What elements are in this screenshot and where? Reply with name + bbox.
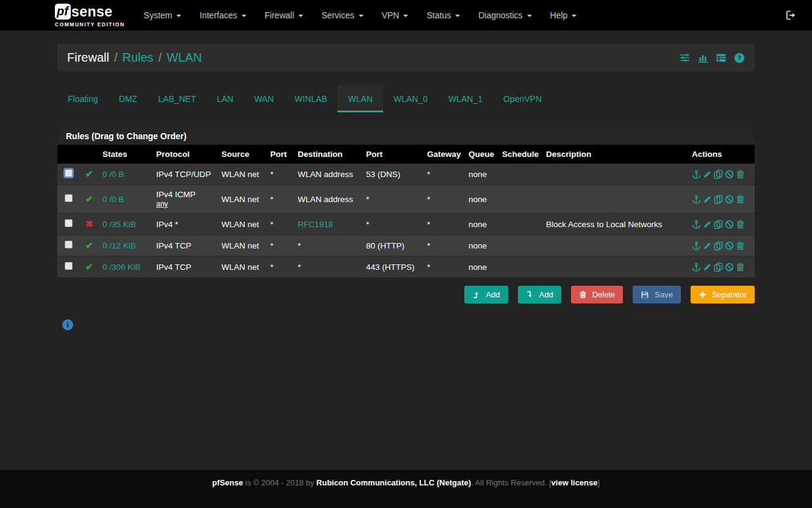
delete-button[interactable]: Delete — [571, 286, 623, 303]
header-action-icons: ? — [680, 53, 745, 64]
trash-action[interactable] — [736, 170, 745, 179]
rule-states: 0 /306 KiB — [102, 263, 140, 272]
menu-firewall[interactable]: Firewall — [256, 0, 312, 31]
rule-description — [542, 185, 688, 214]
tab-lab_net[interactable]: LAB_NET — [148, 85, 206, 112]
save-button[interactable]: Save — [633, 286, 681, 303]
breadcrumb-wlan[interactable]: WLAN — [167, 51, 202, 65]
footer-text-muted: is © 2004 - 2018 by — [243, 478, 316, 487]
anchor-action[interactable] — [692, 220, 701, 229]
level-down-icon — [526, 291, 534, 299]
rule-checkbox[interactable] — [65, 194, 73, 202]
trash-action[interactable] — [736, 195, 745, 204]
pfsense-logo[interactable]: pf sense COMMUNITY EDITION — [55, 4, 125, 27]
rule-protocol: IPv4 TCP — [156, 263, 214, 272]
rule-checkbox[interactable] — [65, 262, 73, 270]
logout-button[interactable] — [786, 10, 796, 20]
info-icon[interactable]: i — [62, 319, 73, 330]
rule-source-port: * — [267, 256, 294, 278]
sign-out-icon — [786, 10, 796, 20]
copy-action[interactable] — [714, 263, 723, 272]
footer-link[interactable]: view license — [552, 478, 598, 487]
copy-action[interactable] — [714, 220, 723, 229]
edit-action[interactable] — [703, 220, 712, 229]
tab-wlan_0[interactable]: WLAN_0 — [383, 85, 438, 112]
anchor-action[interactable] — [692, 195, 701, 204]
level-up-icon — [472, 291, 480, 299]
anchor-action[interactable] — [692, 263, 701, 272]
ban-action[interactable] — [725, 241, 734, 250]
table-button[interactable] — [716, 53, 727, 63]
chevron-down-icon — [298, 15, 303, 17]
rule-gateway: * — [423, 185, 465, 214]
tab-wan[interactable]: WAN — [244, 85, 284, 112]
trash-action[interactable] — [736, 263, 745, 272]
copy-action[interactable] — [714, 241, 723, 250]
status-pass-icon: ✔ — [85, 240, 93, 250]
tab-wlan[interactable]: WLAN — [337, 85, 383, 112]
footer-link[interactable]: Rubicon Communications, LLC (Netgate) — [317, 478, 472, 487]
rule-actions — [692, 170, 751, 179]
copy-action[interactable] — [714, 170, 723, 179]
ban-action[interactable] — [725, 195, 734, 204]
breadcrumb-bar: Firewall /Rules/WLAN ? — [57, 44, 755, 71]
add-bottom-button[interactable]: Add — [518, 286, 561, 303]
col-status — [82, 145, 99, 164]
menu-services[interactable]: Services — [312, 0, 373, 31]
main-menu: SystemInterfacesFirewallServicesVPNStatu… — [135, 0, 586, 31]
tab-wlan_1[interactable]: WLAN_1 — [438, 85, 493, 112]
tab-winlab[interactable]: WINLAB — [284, 85, 338, 112]
rule-checkbox[interactable] — [65, 219, 73, 227]
tab-openvpn[interactable]: OpenVPN — [493, 85, 552, 112]
ban-action[interactable] — [725, 170, 734, 179]
chevron-down-icon — [572, 15, 577, 17]
rule-states: 0 /35 KiB — [102, 220, 136, 229]
ban-action[interactable] — [725, 220, 734, 229]
footer-text: pfSense is © 2004 - 2018 by Rubicon Comm… — [212, 478, 600, 487]
copy-action[interactable] — [714, 195, 723, 204]
trash-icon — [736, 263, 745, 272]
sliders-button[interactable] — [680, 53, 690, 63]
col-queue: Queue — [465, 145, 498, 164]
anchor-action[interactable] — [692, 241, 701, 250]
rule-checkbox[interactable] — [65, 241, 73, 249]
breadcrumb-links: /Rules/WLAN — [109, 51, 202, 65]
sign-out-icon — [786, 10, 796, 20]
breadcrumb-rules[interactable]: Rules — [122, 51, 153, 65]
save-icon — [641, 291, 649, 299]
menu-interfaces[interactable]: Interfaces — [190, 0, 255, 31]
menu-status[interactable]: Status — [417, 0, 469, 31]
bar-chart-button[interactable] — [697, 53, 708, 63]
top-navbar: pf sense COMMUNITY EDITION SystemInterfa… — [0, 0, 812, 31]
rule-source-port: * — [267, 235, 294, 256]
tab-floating[interactable]: Floating — [57, 85, 109, 112]
trash-action[interactable] — [736, 220, 745, 229]
footer-link[interactable]: pfSense — [212, 478, 243, 487]
add-top-button[interactable]: Add — [464, 286, 508, 303]
menu-vpn[interactable]: VPN — [373, 0, 418, 31]
menu-system[interactable]: System — [135, 0, 191, 31]
edit-action[interactable] — [703, 263, 712, 272]
rule-destination[interactable]: RFC1918 — [298, 220, 333, 229]
rule-checkbox[interactable] — [65, 169, 73, 177]
rule-description — [542, 235, 688, 256]
separator-button[interactable]: Separator — [691, 286, 755, 303]
bar-chart-icon — [697, 53, 708, 63]
help-button[interactable]: ? — [734, 53, 745, 64]
status-pass-icon: ✔ — [85, 261, 93, 272]
ban-action[interactable] — [725, 263, 734, 272]
menu-diagnostics[interactable]: Diagnostics — [469, 0, 541, 31]
edit-action[interactable] — [703, 170, 712, 179]
sliders-icon — [680, 53, 690, 63]
protocol-options-link[interactable]: any — [156, 200, 168, 208]
rule-row: ✔0 /0 BIPv4 ICMPanyWLAN net*WLAN address… — [57, 185, 755, 214]
edit-action[interactable] — [703, 195, 712, 204]
copy-icon — [714, 170, 723, 179]
tab-dmz[interactable]: DMZ — [109, 85, 148, 112]
edit-action[interactable] — [703, 241, 712, 250]
rule-schedule — [498, 164, 542, 185]
tab-lan[interactable]: LAN — [206, 85, 243, 112]
menu-help[interactable]: Help — [541, 0, 586, 31]
trash-action[interactable] — [736, 241, 745, 250]
anchor-action[interactable] — [692, 170, 701, 179]
